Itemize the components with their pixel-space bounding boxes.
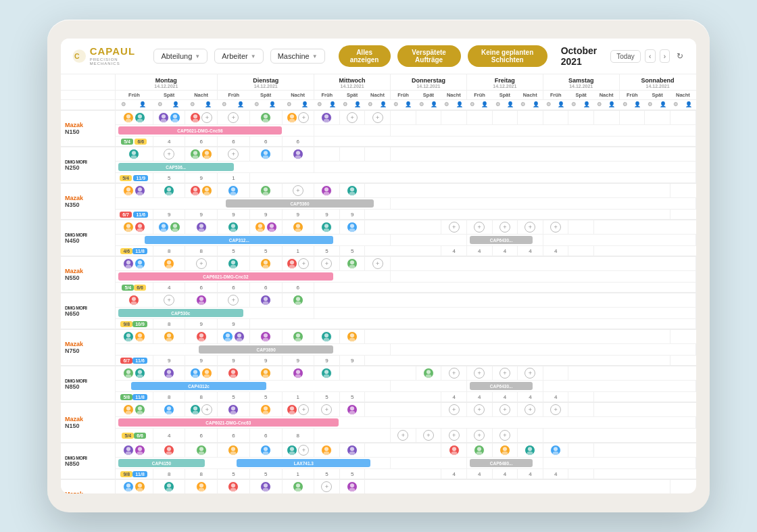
add-worker-button[interactable]: + bbox=[293, 185, 303, 196]
shift-spat-tue: Spät bbox=[249, 91, 282, 100]
cell-num: 1 bbox=[218, 173, 250, 184]
add-shift-button[interactable]: + bbox=[474, 430, 485, 441]
calendar-area[interactable]: Montag 14.12.2021 Dienstag 14.12.2021 Mi… bbox=[61, 74, 696, 493]
refresh-button[interactable]: ↻ bbox=[674, 49, 685, 64]
day-headers: Montag 14.12.2021 Dienstag 14.12.2021 Mi… bbox=[61, 74, 696, 110]
avatar-cell: + bbox=[153, 147, 185, 162]
cell-empty bbox=[314, 162, 696, 173]
svg-point-165 bbox=[451, 452, 457, 455]
avatar bbox=[260, 331, 271, 342]
avatar bbox=[190, 404, 201, 415]
shift-spat-thu: Spät bbox=[416, 91, 441, 100]
machine-label-mazak-n150-2: Mazak N150 bbox=[61, 402, 115, 443]
keine-button[interactable]: Keine geplanten Schichten bbox=[468, 45, 547, 67]
svg-point-80 bbox=[350, 260, 354, 264]
cell-empty bbox=[518, 110, 543, 125]
add-worker-button[interactable]: + bbox=[524, 368, 535, 379]
avatar bbox=[164, 368, 174, 379]
alles-anzeigen-button[interactable]: Alles anzeigen bbox=[339, 45, 391, 67]
job-bar-cell: CAP5360 bbox=[115, 198, 391, 210]
svg-point-145 bbox=[349, 411, 356, 414]
cell-empty bbox=[365, 147, 391, 162]
svg-point-44 bbox=[350, 187, 354, 191]
add-worker-button[interactable]: + bbox=[196, 258, 207, 269]
avatar bbox=[260, 481, 271, 492]
svg-point-71 bbox=[137, 265, 143, 268]
svg-point-4 bbox=[138, 114, 142, 118]
add-shift-button[interactable]: + bbox=[423, 430, 434, 441]
add-worker-button[interactable]: + bbox=[474, 404, 485, 415]
cell-empty bbox=[619, 110, 645, 125]
table-row: Mazak N150 + + + + bbox=[61, 402, 696, 417]
avatar bbox=[321, 112, 332, 123]
today-button[interactable]: Today bbox=[610, 50, 641, 63]
add-worker-button[interactable]: + bbox=[524, 222, 535, 233]
brand-label: DMG MORI bbox=[65, 379, 111, 383]
add-worker-button[interactable]: + bbox=[321, 258, 332, 269]
add-worker-button[interactable]: + bbox=[449, 404, 460, 415]
add-worker-button[interactable]: + bbox=[372, 112, 383, 123]
add-worker-button[interactable]: + bbox=[499, 404, 510, 415]
svg-point-147 bbox=[125, 452, 131, 455]
gear-icon: ⚙ bbox=[185, 100, 199, 111]
add-worker-button[interactable]: + bbox=[524, 404, 535, 415]
add-worker-button[interactable]: + bbox=[321, 404, 332, 415]
add-shift-button[interactable]: + bbox=[449, 430, 460, 441]
svg-point-139 bbox=[230, 411, 237, 414]
add-worker-button[interactable]: + bbox=[201, 112, 212, 123]
add-worker-button[interactable]: + bbox=[449, 368, 460, 379]
svg-point-18 bbox=[132, 151, 136, 155]
add-worker-button[interactable]: + bbox=[164, 295, 174, 306]
svg-point-15 bbox=[289, 119, 295, 122]
svg-point-26 bbox=[296, 151, 300, 155]
svg-point-46 bbox=[126, 224, 130, 228]
maschine-filter[interactable]: Maschine ▼ bbox=[270, 49, 325, 64]
machine-label-dmg-n650: DMG MORI N650 bbox=[61, 293, 115, 329]
shift-spat-sun: Spät bbox=[645, 91, 670, 100]
add-worker-button[interactable]: + bbox=[298, 112, 309, 123]
add-worker-button[interactable]: + bbox=[228, 295, 239, 306]
svg-point-149 bbox=[137, 452, 143, 455]
arbeiter-filter[interactable]: Arbeiter ▼ bbox=[214, 49, 263, 64]
svg-point-157 bbox=[263, 452, 269, 455]
add-worker-button[interactable]: + bbox=[347, 112, 358, 123]
logo-icon: C bbox=[72, 47, 87, 66]
add-worker-button[interactable]: + bbox=[164, 149, 174, 160]
avatar bbox=[196, 295, 207, 306]
verspaetet-button[interactable]: Verspätete Aufträge bbox=[397, 45, 461, 67]
svg-point-89 bbox=[295, 301, 301, 305]
svg-point-82 bbox=[132, 297, 136, 301]
add-worker-button[interactable]: + bbox=[449, 222, 460, 233]
status-badge: 6/6 bbox=[134, 285, 146, 291]
cell-num: 6 bbox=[249, 137, 282, 147]
add-shift-button[interactable]: + bbox=[397, 430, 408, 441]
svg-point-42 bbox=[324, 187, 328, 191]
add-worker-button[interactable]: + bbox=[298, 258, 309, 269]
add-worker-button[interactable]: + bbox=[228, 112, 239, 123]
add-worker-button[interactable]: + bbox=[298, 445, 309, 456]
add-worker-button[interactable]: + bbox=[550, 222, 561, 233]
next-month-button[interactable]: › bbox=[660, 49, 670, 63]
add-worker-button[interactable]: + bbox=[228, 149, 239, 160]
add-worker-button[interactable]: + bbox=[321, 481, 332, 492]
avatar bbox=[293, 368, 303, 379]
add-worker-button[interactable]: + bbox=[474, 222, 485, 233]
abteilung-filter[interactable]: Abteilung ▼ bbox=[153, 49, 207, 64]
add-worker-button[interactable]: + bbox=[298, 404, 309, 415]
avatar-cell: + bbox=[218, 110, 250, 125]
add-worker-button[interactable]: + bbox=[372, 258, 383, 269]
cell-empty bbox=[391, 110, 416, 125]
add-worker-button[interactable]: + bbox=[201, 404, 212, 415]
add-shift-button[interactable]: + bbox=[499, 430, 510, 441]
job-bar: CAP312... bbox=[145, 236, 333, 244]
add-worker-button[interactable]: + bbox=[474, 368, 485, 379]
add-worker-button[interactable]: + bbox=[550, 404, 561, 415]
avatar bbox=[293, 331, 303, 342]
gear-icon: ⚙ bbox=[365, 100, 376, 111]
svg-point-160 bbox=[324, 447, 328, 451]
prev-month-button[interactable]: ‹ bbox=[645, 49, 656, 63]
svg-point-29 bbox=[125, 192, 131, 195]
status-badge: 5/4 bbox=[121, 139, 133, 145]
add-worker-button[interactable]: + bbox=[499, 222, 510, 233]
add-worker-button[interactable]: + bbox=[499, 368, 510, 379]
